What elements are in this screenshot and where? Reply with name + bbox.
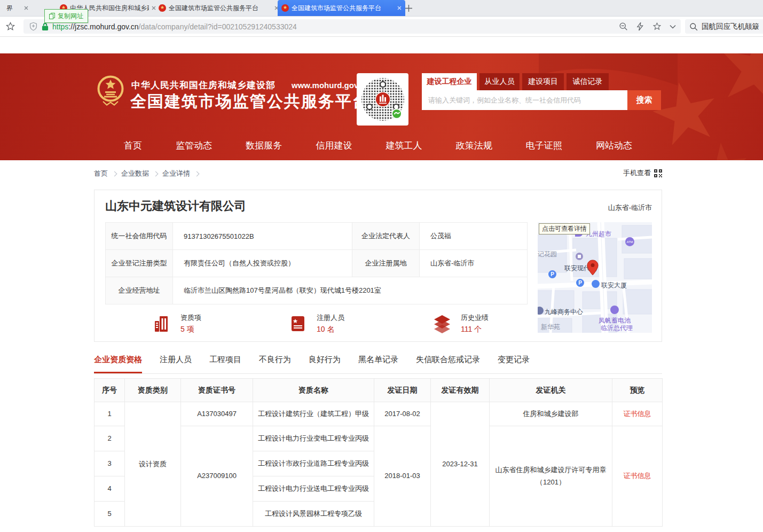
search-tab-credit[interactable]: 诚信记录 xyxy=(567,73,609,90)
col-发证日期: 发证日期 xyxy=(374,379,431,402)
main-nav: 首页 监管动态 数据服务 信用建设 建筑工人 政策法规 电子证照 网站动态 xyxy=(94,131,662,160)
stat-value: 5 项 xyxy=(180,325,201,334)
qualification-table: 序号 资质类别 资质证书号 资质名称 发证日期 发证有效期 发证机关 预览 1 … xyxy=(94,378,663,527)
copy-url-tooltip-label: 复制网址 xyxy=(58,12,83,21)
issuing-authority: 山东省住房和城乡建设厅许可专用章 （1201） xyxy=(490,426,612,527)
browser-address-bar: https://jzsc.mohurd.gov.cn/data/company/… xyxy=(0,17,763,37)
validity-date: 2023-12-31 xyxy=(431,402,490,527)
mobile-view-control[interactable]: 手机查看 xyxy=(623,168,662,178)
cert-name: 工程设计建筑行业（建筑工程）甲级 xyxy=(253,402,374,426)
tab-title: 界 xyxy=(6,4,21,13)
search-tab-personnel[interactable]: 从业人员 xyxy=(479,73,520,90)
qr-code-small-icon[interactable] xyxy=(654,169,662,177)
new-tab-button[interactable] xyxy=(402,2,415,14)
location-map[interactable]: 点击可查看详情 九州超市 ATM 记花园 联安现代城 P P 联安大厦 九峰商务… xyxy=(538,222,652,333)
row-no: 5 xyxy=(95,502,125,527)
credit-code-value: 91371302675501022B xyxy=(173,223,352,250)
platform-title: 全国建筑市场监管公共服务平台 xyxy=(130,91,369,113)
close-icon[interactable] xyxy=(24,6,28,10)
browser-tab-active[interactable]: 全国建筑市场监管公共服务平台 xyxy=(278,0,405,16)
qualification-category: 设计资质 xyxy=(125,402,181,527)
map-poi: 新华苑 xyxy=(541,323,560,332)
reg-type-value: 有限责任公司（自然人投资或控股） xyxy=(173,250,352,277)
cert-name: 工程设计电力行业送电工程专业丙级 xyxy=(253,476,374,502)
table-row: 1 设计资质 A137030497 工程设计建筑行业（建筑工程）甲级 2017-… xyxy=(95,402,663,426)
nav-item-supervision[interactable]: 监管动态 xyxy=(176,139,212,152)
building-icon xyxy=(152,314,172,334)
browser-tab-jzsc[interactable]: 全国建筑市场监管公共服务平台 xyxy=(155,0,282,16)
row-no: 1 xyxy=(95,402,125,426)
col-发证有效期: 发证有效期 xyxy=(431,379,490,402)
tab-bad-behavior[interactable]: 不良行为 xyxy=(259,355,291,373)
col-预览: 预览 xyxy=(612,379,663,402)
issue-date: 2017-08-02 xyxy=(374,402,431,426)
tab-change-records[interactable]: 变更记录 xyxy=(498,355,530,373)
certificate-info-link[interactable]: 证书信息 xyxy=(624,410,651,418)
table-row: 企业经营地址 临沂市兰山区陶然路107号星河晶都（联安）现代城1号楼2201室 xyxy=(106,277,528,304)
tab-good-behavior[interactable]: 良好行为 xyxy=(309,355,341,373)
search-tab-label: 建设项目 xyxy=(528,77,558,87)
search-button[interactable]: 搜索 xyxy=(627,90,661,110)
url-host: ://jzsc.mohurd.gov.cn xyxy=(68,22,138,31)
company-name: 山东中元建筑设计有限公司 xyxy=(105,198,246,214)
nav-item-home[interactable]: 首页 xyxy=(124,139,142,152)
ministry-name: 中华人民共和国住房和城乡建设部 xyxy=(131,80,276,90)
nav-item-policy[interactable]: 政策法规 xyxy=(456,139,492,152)
credit-code-label: 统一社会信用代码 xyxy=(106,223,173,250)
tab-title: 全国建筑市场监管公共服务平台 xyxy=(169,4,272,13)
search-tab-enterprise[interactable]: 建设工程企业 xyxy=(422,73,477,90)
tab-dishonesty-records[interactable]: 失信联合惩戒记录 xyxy=(416,355,480,373)
tab-projects[interactable]: 工程项目 xyxy=(209,355,241,373)
mobile-view-label: 手机查看 xyxy=(623,168,651,178)
shield-protect-icon[interactable] xyxy=(29,22,38,31)
browser-hot-search-box[interactable]: 国航回应飞机颠簸 xyxy=(685,19,763,34)
chevron-down-icon[interactable] xyxy=(670,25,676,29)
nav-item-site-news[interactable]: 网站动态 xyxy=(596,139,632,152)
keyword-search-input[interactable] xyxy=(422,90,640,110)
address-value: 临沂市兰山区陶然路107号星河晶都（联安）现代城1号楼2201室 xyxy=(173,277,528,304)
cert-number: A137030497 xyxy=(181,402,253,426)
stat-value: 10 名 xyxy=(317,325,344,334)
tab-blacklist[interactable]: 黑名单记录 xyxy=(358,355,398,373)
url-field[interactable]: https://jzsc.mohurd.gov.cn/data/company/… xyxy=(23,19,619,34)
stat-label: 资质项 xyxy=(180,313,201,323)
col-发证机关: 发证机关 xyxy=(490,379,612,402)
reg-place-value: 山东省-临沂市 xyxy=(420,250,528,277)
stat-label: 注册人员 xyxy=(317,313,344,323)
search-tab-project[interactable]: 建设项目 xyxy=(522,73,564,90)
plus-icon xyxy=(405,5,412,12)
map-poi: 九峰商务中心 xyxy=(545,308,583,317)
reg-type-label: 企业登记注册类型 xyxy=(106,250,173,277)
col-序号: 序号 xyxy=(95,379,125,402)
site-banner: 中华人民共和国住房和城乡建设部www.mohurd.gov.cn 全国建筑市场监… xyxy=(0,53,763,160)
favorite-star-icon[interactable] xyxy=(652,22,662,31)
nav-item-credit[interactable]: 信用建设 xyxy=(316,139,352,152)
atm-marker-icon: ATM xyxy=(625,237,634,246)
nav-item-e-license[interactable]: 电子证照 xyxy=(526,139,562,152)
certificate-info-link[interactable]: 证书信息 xyxy=(624,472,651,480)
close-icon[interactable] xyxy=(397,6,402,10)
issuing-authority: 住房和城乡建设部 xyxy=(490,402,612,426)
cert-number: A237009100 xyxy=(181,426,253,527)
lightning-extension-icon[interactable] xyxy=(636,22,644,31)
tab-qualifications[interactable]: 企业资质资格 xyxy=(94,355,142,373)
breadcrumb-company-detail[interactable]: 企业详情 xyxy=(162,169,190,178)
breadcrumb-home[interactable]: 首页 xyxy=(94,169,108,178)
nav-item-data-service[interactable]: 数据服务 xyxy=(246,139,282,152)
table-header-row: 序号 资质类别 资质证书号 资质名称 发证日期 发证有效期 发证机关 预览 xyxy=(95,379,663,402)
poi-marker-icon xyxy=(610,306,619,314)
bookmark-star-icon[interactable] xyxy=(3,19,17,34)
nav-item-workers[interactable]: 建筑工人 xyxy=(386,139,422,152)
tab-registered-personnel[interactable]: 注册人员 xyxy=(160,355,192,373)
tab-title: 全国建筑市场监管公共服务平台 xyxy=(292,4,395,13)
reg-place-label: 企业注册属地 xyxy=(352,250,420,277)
chevron-right-icon xyxy=(194,171,200,176)
breadcrumb-company-data[interactable]: 企业数据 xyxy=(121,169,149,178)
issuing-authority-line2: （1201） xyxy=(493,476,609,488)
search-tab-label: 建设工程企业 xyxy=(427,77,472,87)
browser-tab-partial[interactable]: 界 xyxy=(0,0,32,16)
company-region: 山东省-临沂市 xyxy=(608,203,652,213)
zoom-out-icon[interactable] xyxy=(619,22,628,31)
wechat-qr-code xyxy=(357,73,408,126)
col-资质类别: 资质类别 xyxy=(125,379,181,402)
